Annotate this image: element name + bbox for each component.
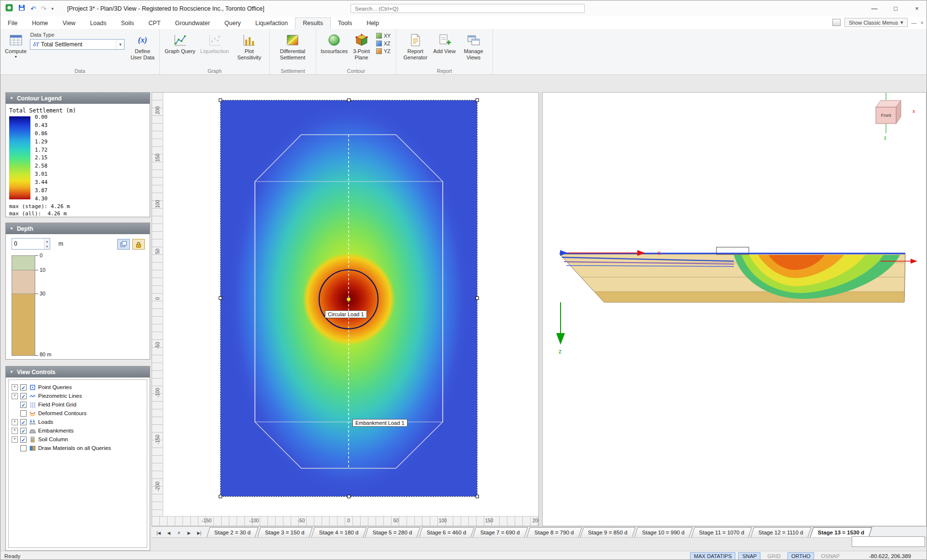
depth-layers-button[interactable]: [117, 239, 130, 250]
stage-tab-13[interactable]: Stage 13 = 1530 d: [810, 527, 872, 537]
contour-plane-xz-button[interactable]: XZ: [375, 40, 392, 47]
soil-column-preview[interactable]: [12, 255, 35, 356]
selection-handle[interactable]: [347, 98, 351, 102]
load-center-point[interactable]: [347, 297, 351, 301]
stage-nav-prev[interactable]: ◀: [164, 529, 174, 537]
maximize-button[interactable]: □: [885, 0, 906, 16]
keytips-icon[interactable]: [832, 19, 841, 26]
tree-item-label[interactable]: Soil Column: [38, 436, 68, 442]
toggle-snap[interactable]: SNAP: [738, 552, 760, 560]
depth-input[interactable]: [12, 238, 44, 249]
compute-button[interactable]: Compute ▼: [4, 31, 27, 59]
close-button[interactable]: ×: [906, 0, 927, 16]
selection-handle[interactable]: [347, 495, 351, 498]
tab-view[interactable]: View: [56, 18, 83, 29]
minimize-button[interactable]: —: [864, 0, 885, 16]
view-controls-header[interactable]: ▼ View Controls: [6, 366, 150, 378]
checkbox-unchecked[interactable]: [20, 410, 27, 417]
plan-view[interactable]: Circular Load 1 Embankment Load 1 200 15…: [152, 92, 539, 526]
tab-file[interactable]: File: [0, 18, 25, 29]
tab-query[interactable]: Query: [217, 18, 248, 29]
stage-nav-first[interactable]: |◀: [154, 529, 164, 537]
stage-nav-number[interactable]: #: [174, 529, 184, 537]
contour-plane-xy-button[interactable]: XY: [375, 32, 392, 39]
settlement-contour-plot[interactable]: Circular Load 1 Embankment Load 1: [221, 100, 477, 496]
selection-handle[interactable]: [219, 495, 222, 498]
three-point-plane-button[interactable]: 3-Point Plane: [350, 31, 373, 61]
tree-item-label[interactable]: Piezometric Lines: [38, 393, 82, 399]
expander-icon[interactable]: +: [12, 384, 18, 391]
stage-entry-box[interactable]: [852, 536, 925, 547]
close-document-icon[interactable]: ×: [921, 20, 924, 26]
checkbox-checked[interactable]: ✓: [20, 436, 27, 443]
tree-item-draw-materials[interactable]: . Draw Materials on all Queries: [12, 444, 147, 452]
tree-item-label[interactable]: Draw Materials on all Queries: [38, 445, 111, 451]
toggle-ortho[interactable]: ORTHO: [787, 552, 815, 560]
tree-item-deformed-contours[interactable]: . Deformed Contours: [12, 409, 147, 418]
tab-soils[interactable]: Soils: [113, 18, 141, 29]
manage-views-button[interactable]: Manage Views: [458, 31, 489, 61]
tree-item-soil-column[interactable]: + ✓ Soil Column: [12, 435, 147, 444]
checkbox-unchecked[interactable]: [20, 445, 27, 451]
stage-tab-3[interactable]: Stage 3 = 150 d: [257, 527, 312, 537]
stage-tab-7[interactable]: Stage 7 = 690 d: [473, 527, 528, 537]
depth-lock-button[interactable]: [132, 239, 145, 250]
stage-tab-10[interactable]: Stage 10 = 990 d: [634, 527, 692, 537]
contour-legend-header[interactable]: ▼ Contour Legend: [6, 93, 150, 104]
report-generator-button[interactable]: Report Generator: [400, 31, 431, 61]
search-input[interactable]: [351, 4, 585, 13]
tab-cpt[interactable]: CPT: [141, 18, 168, 29]
expander-icon[interactable]: +: [12, 436, 18, 443]
stage-tab-8[interactable]: Stage 8 = 790 d: [526, 527, 581, 537]
depth-header[interactable]: ▼ Depth: [6, 223, 150, 234]
stage-nav-next[interactable]: ▶: [184, 529, 194, 537]
selection-handle[interactable]: [219, 98, 222, 102]
stage-tab-5[interactable]: Stage 5 = 280 d: [365, 527, 420, 537]
tree-item-label[interactable]: Point Queries: [38, 384, 72, 390]
selection-handle[interactable]: [476, 296, 479, 300]
front-3d-view[interactable]: x z Front z x: [542, 92, 927, 526]
checkbox-checked[interactable]: ✓: [20, 428, 27, 434]
add-view-button[interactable]: Add View: [433, 31, 457, 55]
undo-icon[interactable]: ↶: [30, 5, 36, 13]
checkbox-checked[interactable]: ✓: [20, 393, 27, 399]
plot-sensitivity-button[interactable]: Plot Sensitivity: [233, 31, 266, 61]
expander-icon[interactable]: +: [12, 393, 18, 399]
tab-home[interactable]: Home: [25, 18, 55, 29]
stage-tab-9[interactable]: Stage 9 = 850 d: [580, 527, 635, 537]
checkbox-checked[interactable]: ✓: [20, 419, 27, 425]
expander-icon[interactable]: +: [12, 419, 18, 425]
stage-tab-11[interactable]: Stage 11 = 1070 d: [691, 527, 752, 537]
toggle-grid[interactable]: GRID: [763, 552, 785, 560]
checkbox-checked[interactable]: ✓: [20, 384, 27, 391]
stage-tab-6[interactable]: Stage 6 = 460 d: [419, 527, 474, 537]
tab-loads[interactable]: Loads: [83, 18, 113, 29]
stage-nav-last[interactable]: ▶|: [194, 529, 204, 537]
data-type-select[interactable]: δT Total Settlement ▾: [30, 39, 125, 50]
tree-item-label[interactable]: Embankments: [38, 428, 74, 434]
differential-settlement-button[interactable]: Differential Settlement: [274, 31, 311, 61]
tab-groundwater[interactable]: Groundwater: [168, 18, 217, 29]
stage-tab-2[interactable]: Stage 2 = 30 d: [207, 527, 259, 537]
tree-item-piezometric-lines[interactable]: + ✓ Piezometric Lines: [12, 392, 147, 400]
tree-item-label[interactable]: Deformed Contours: [38, 410, 86, 416]
spin-up-icon[interactable]: ▴: [44, 238, 50, 244]
circular-load-label[interactable]: Circular Load 1: [325, 310, 367, 318]
save-icon[interactable]: [18, 4, 26, 14]
qat-customize-icon[interactable]: ▾: [51, 6, 54, 11]
show-classic-menus-button[interactable]: Show Classic Menus ▾: [844, 18, 908, 27]
tree-item-point-queries[interactable]: + ✓ Point Queries: [12, 383, 147, 392]
define-user-data-button[interactable]: (x) Define User Data: [129, 31, 155, 61]
graph-query-button[interactable]: Graph Query: [164, 31, 197, 55]
tab-results[interactable]: Results: [295, 17, 331, 29]
contour-plane-yz-button[interactable]: YZ: [375, 48, 392, 55]
spin-down-icon[interactable]: ▾: [44, 244, 50, 249]
tree-item-label[interactable]: Field Point Grid: [38, 402, 76, 407]
tree-item-label[interactable]: Loads: [38, 419, 53, 425]
embankment-load-label[interactable]: Embankment Load 1: [352, 419, 407, 427]
tab-liquefaction[interactable]: Liquefaction: [248, 18, 295, 29]
tree-item-field-point-grid[interactable]: . ✓ Field Point Grid: [12, 400, 147, 409]
chevron-down-icon[interactable]: ▾: [116, 40, 124, 49]
selection-handle[interactable]: [476, 98, 479, 102]
tree-item-loads[interactable]: + ✓ Loads: [12, 418, 147, 426]
